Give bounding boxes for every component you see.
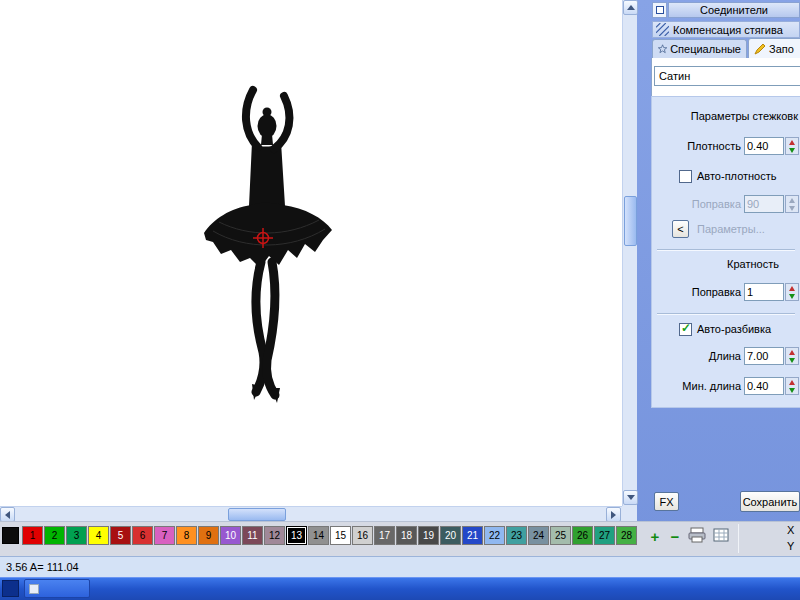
palette-cell-27[interactable]: 27 xyxy=(594,526,615,545)
connectors-header[interactable]: Соединители xyxy=(668,2,800,18)
print-button[interactable] xyxy=(688,526,706,544)
palette-cell-15[interactable]: 15 xyxy=(330,526,351,545)
density-input[interactable] xyxy=(744,137,784,155)
correction-spinner xyxy=(785,195,799,213)
auto-split-checkbox[interactable] xyxy=(679,323,692,336)
scroll-up-button[interactable] xyxy=(623,0,638,15)
palette-cell-20[interactable]: 20 xyxy=(440,526,461,545)
status-bar: 3.56 A= 111.04 xyxy=(0,556,800,577)
black-color-swatch[interactable] xyxy=(2,527,19,544)
tab-fill[interactable]: Запо xyxy=(748,38,800,58)
add-color-button[interactable]: + xyxy=(646,527,664,545)
y-coordinate-label: Y xyxy=(787,540,794,552)
palette-cell-21[interactable]: 21 xyxy=(462,526,483,545)
palette-cell-3[interactable]: 3 xyxy=(66,526,87,545)
scroll-right-button[interactable] xyxy=(606,507,621,522)
taskbar-app-icon[interactable] xyxy=(2,580,19,597)
palette-cell-10[interactable]: 10 xyxy=(220,526,241,545)
horizontal-scroll-thumb[interactable] xyxy=(228,508,286,521)
palette-cell-17[interactable]: 17 xyxy=(374,526,395,545)
back-button[interactable]: < xyxy=(672,220,689,238)
stitch-type-select[interactable]: Сатин xyxy=(654,66,800,86)
palette-cell-16[interactable]: 16 xyxy=(352,526,373,545)
palette-cell-6[interactable]: 6 xyxy=(132,526,153,545)
minus-icon: − xyxy=(671,528,680,545)
parameters-button-label: Параметры... xyxy=(697,223,765,235)
density-label: Плотность xyxy=(651,140,741,152)
remove-color-button[interactable]: − xyxy=(666,527,684,545)
scroll-down-button[interactable] xyxy=(623,490,638,505)
palette-cell-12[interactable]: 12 xyxy=(264,526,285,545)
auto-density-checkbox[interactable] xyxy=(679,170,692,183)
palette-cell-19[interactable]: 19 xyxy=(418,526,439,545)
hatch-icon xyxy=(656,23,669,36)
palette-cell-14[interactable]: 14 xyxy=(308,526,329,545)
color-palette: 1234567891011121314151617181920212223242… xyxy=(22,526,638,547)
palette-cell-2[interactable]: 2 xyxy=(44,526,65,545)
length-label: Длина xyxy=(651,350,741,362)
min-length-input[interactable] xyxy=(744,377,784,395)
compensation-header[interactable]: Компенсация стягива xyxy=(652,21,800,38)
spinner-up-icon[interactable] xyxy=(786,378,798,386)
correction2-spinner[interactable] xyxy=(785,283,799,301)
auto-density-label: Авто-плотность xyxy=(697,170,777,182)
arrow-right-icon xyxy=(611,511,616,519)
palette-cell-7[interactable]: 7 xyxy=(154,526,175,545)
correction2-input[interactable] xyxy=(744,283,784,301)
palette-cell-18[interactable]: 18 xyxy=(396,526,417,545)
min-length-spinner[interactable] xyxy=(785,377,799,395)
collapse-icon xyxy=(656,6,664,14)
spinner-up-icon[interactable] xyxy=(786,284,798,292)
correction-label: Поправка xyxy=(651,198,741,210)
spinner-up-icon xyxy=(786,196,798,204)
palette-cell-5[interactable]: 5 xyxy=(110,526,131,545)
vertical-scrollbar[interactable] xyxy=(622,0,637,506)
palette-cell-13[interactable]: 13 xyxy=(286,526,307,545)
color-table-button[interactable] xyxy=(712,526,730,544)
spinner-down-icon[interactable] xyxy=(786,146,798,154)
scroll-left-button[interactable] xyxy=(0,507,15,522)
tab-special-label: Специальные xyxy=(670,43,741,55)
density-spinner[interactable] xyxy=(785,137,799,155)
palette-cell-28[interactable]: 28 xyxy=(616,526,637,545)
palette-cell-1[interactable]: 1 xyxy=(22,526,43,545)
length-input[interactable] xyxy=(744,347,784,365)
palette-cell-9[interactable]: 9 xyxy=(198,526,219,545)
stitch-type-value: Сатин xyxy=(659,70,690,82)
pencil-icon xyxy=(754,43,766,55)
design-canvas[interactable] xyxy=(0,0,622,506)
star-icon xyxy=(658,43,667,55)
x-coordinate-label: X xyxy=(787,524,794,536)
palette-cell-23[interactable]: 23 xyxy=(506,526,527,545)
spinner-up-icon[interactable] xyxy=(786,348,798,356)
length-spinner[interactable] xyxy=(785,347,799,365)
tab-special[interactable]: Специальные xyxy=(652,39,747,58)
separator xyxy=(657,249,795,251)
panel-collapse-button[interactable] xyxy=(652,2,667,18)
ballerina-design[interactable] xyxy=(0,0,622,506)
palette-cell-4[interactable]: 4 xyxy=(88,526,109,545)
spinner-down-icon[interactable] xyxy=(786,356,798,364)
taskbar xyxy=(0,577,800,600)
stitch-params-title: Параметры стежковк xyxy=(651,110,798,122)
spinner-up-icon[interactable] xyxy=(786,138,798,146)
horizontal-scrollbar[interactable] xyxy=(0,506,622,521)
correction2-label: Поправка xyxy=(651,286,741,298)
plus-icon: + xyxy=(651,528,660,545)
spinner-down-icon[interactable] xyxy=(786,386,798,394)
fx-button[interactable]: FX xyxy=(654,492,679,511)
toolbar-divider xyxy=(738,524,739,553)
palette-cell-11[interactable]: 11 xyxy=(242,526,263,545)
status-measurements: 3.56 A= 111.04 xyxy=(6,561,79,573)
palette-cell-22[interactable]: 22 xyxy=(484,526,505,545)
palette-cell-25[interactable]: 25 xyxy=(550,526,571,545)
taskbar-window-button[interactable] xyxy=(24,579,90,598)
palette-cell-24[interactable]: 24 xyxy=(528,526,549,545)
palette-cell-26[interactable]: 26 xyxy=(572,526,593,545)
separator xyxy=(657,313,795,315)
spinner-down-icon[interactable] xyxy=(786,292,798,300)
tab-fill-label: Запо xyxy=(769,43,794,55)
vertical-scroll-thumb[interactable] xyxy=(624,196,637,246)
save-button[interactable]: Сохранить xyxy=(740,491,800,512)
palette-cell-8[interactable]: 8 xyxy=(176,526,197,545)
